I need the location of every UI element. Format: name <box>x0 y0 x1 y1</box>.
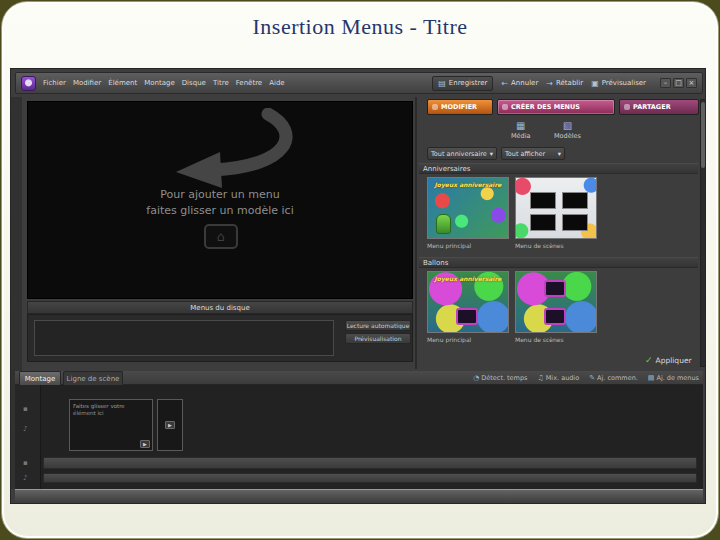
section-anniversaires-label: Anniversaires <box>423 165 471 173</box>
section-ballons: Ballons <box>419 257 698 268</box>
menu-preview-dropzone[interactable]: Pour ajouter un menu faites glisser un m… <box>27 101 413 299</box>
menu-button-frame <box>544 280 566 297</box>
template-view-dropdown[interactable]: Tout afficher ▾ <box>501 147 565 160</box>
photo-frame <box>562 192 588 209</box>
check-icon: ✓ <box>645 355 653 365</box>
category-value: Tout anniversaire <box>431 150 487 158</box>
template-thumbnail-ballons-scenes[interactable] <box>515 271 597 333</box>
app-titlebar: Fichier Modifier Élément Montage Disque … <box>15 72 703 94</box>
clock-icon: ◔ <box>473 374 479 382</box>
slide-title: Insertion Menus - Titre <box>2 14 718 40</box>
template-label: Menu de scènes <box>515 242 597 249</box>
preview-label: Prévisualiser <box>602 79 646 87</box>
audio-icon: ♫ <box>537 374 543 382</box>
app-window: Fichier Modifier Élément Montage Disque … <box>10 68 706 504</box>
redo-button[interactable]: → Rétablir <box>546 79 583 88</box>
media-button[interactable]: ▦ Média <box>511 120 531 140</box>
tab-modifier[interactable]: MODIFIER <box>427 99 493 115</box>
menubar-item-fichier[interactable]: Fichier <box>43 79 66 87</box>
disc-menus-title: Menus du disque <box>190 304 249 312</box>
disc-menus-empty-area[interactable] <box>34 320 334 356</box>
titlebar-actions: ▤ Enregistrer ← Annuler → Rétablir ▣ Pré… <box>432 76 697 91</box>
undo-icon: ← <box>501 79 508 88</box>
menu-list-icon: ▤ <box>648 374 655 382</box>
timeline-track-bar[interactable] <box>43 457 697 469</box>
speaker-icon: ▶ <box>140 440 150 448</box>
audio-mix-button[interactable]: ♫ Mix. audio <box>537 374 579 382</box>
menu-button-frame <box>544 308 566 325</box>
audio-track-icon: ♪ <box>23 474 27 482</box>
tab-sceneline-label: Ligne de scène <box>67 375 120 383</box>
pencil-icon: ✎ <box>589 374 595 382</box>
timeline-track-area[interactable]: ▪ ♪ ▪ ♪ Faites glisser votre élément ici… <box>15 385 703 489</box>
auto-play-label: Lecture automatique <box>347 322 410 329</box>
speaker-icon: ▶ <box>165 421 175 429</box>
tab-partager[interactable]: PARTAGER <box>619 99 699 115</box>
template-label: Menu principal <box>427 242 509 249</box>
tab-ligne-de-scene[interactable]: Ligne de scène <box>63 371 123 385</box>
detect-time-button[interactable]: ◔ Détect. temps <box>473 374 527 382</box>
scrollbar-thumb[interactable] <box>701 102 705 168</box>
template-thumbnail-anniversaire-principal[interactable]: Joyeux anniversaire <box>427 177 509 239</box>
menubar-item-modifier[interactable]: Modifier <box>73 79 101 87</box>
template-category-dropdown[interactable]: Tout anniversaire ▾ <box>427 147 497 160</box>
add-narration-button[interactable]: ✎ Aj. commen. <box>589 374 638 382</box>
menubar-item-fenetre[interactable]: Fenêtre <box>236 79 262 87</box>
redo-label: Rétablir <box>556 79 583 87</box>
templates-icon: ▧ <box>563 120 572 131</box>
media-label: Média <box>511 132 531 140</box>
tab-creer-label: CRÉER DES MENUS <box>511 103 580 111</box>
drop-hint-line1: Pour ajouter un menu <box>28 188 412 201</box>
add-menus-label: Aj. de menus <box>656 374 699 382</box>
section-ballons-label: Ballons <box>423 259 448 267</box>
timeline-clip[interactable]: ▶ <box>157 399 183 451</box>
timeline-tools: ◔ Détect. temps ♫ Mix. audio ✎ Aj. comme… <box>411 372 699 384</box>
menubar-item-element[interactable]: Élément <box>108 79 137 87</box>
undo-button[interactable]: ← Annuler <box>501 79 538 88</box>
video-track-icon: ▪ <box>23 459 28 467</box>
template-thumbnail-anniversaire-scenes[interactable] <box>515 177 597 239</box>
share-icon <box>624 104 630 110</box>
disc-menus-header: Menus du disque <box>27 301 413 314</box>
chevron-down-icon: ▾ <box>558 150 561 158</box>
menubar-item-titre[interactable]: Titre <box>213 79 229 87</box>
drop-hint-line2: faites glisser un modèle ici <box>28 204 412 217</box>
video-track-icon: ▪ <box>23 405 28 413</box>
menubar-item-disque[interactable]: Disque <box>182 79 206 87</box>
monitor-icon: ▣ <box>591 79 599 88</box>
template-label: Menu de scènes <box>515 336 597 343</box>
tab-creer-des-menus[interactable]: CRÉER DES MENUS <box>497 99 615 115</box>
templates-button[interactable]: ▧ Modèles <box>554 120 581 140</box>
tab-montage-label: Montage <box>25 375 56 383</box>
menubar-item-montage[interactable]: Montage <box>144 79 175 87</box>
panel-divider <box>415 97 417 369</box>
save-label: Enregistrer <box>449 79 488 87</box>
redo-icon: → <box>546 79 553 88</box>
minimize-button[interactable]: – <box>660 78 671 88</box>
panel-scrollbar[interactable] <box>700 99 706 367</box>
save-icon: ▤ <box>438 79 446 88</box>
template-label: Menu principal <box>427 336 509 343</box>
maximize-button[interactable]: □ <box>673 78 684 88</box>
save-button[interactable]: ▤ Enregistrer <box>432 76 493 91</box>
photo-frame <box>530 214 556 231</box>
template-thumbnail-ballons-principal[interactable]: Joyeux anniversaire <box>427 271 509 333</box>
close-button[interactable]: × <box>686 78 697 88</box>
add-menus-button[interactable]: ▤ Aj. de menus <box>648 374 699 382</box>
disc-preview-button[interactable]: Prévisualisation <box>345 333 411 344</box>
app-logo-icon[interactable] <box>21 76 36 91</box>
apply-label: Appliquer <box>656 356 692 365</box>
preview-button[interactable]: ▣ Prévisualiser <box>591 79 646 88</box>
auto-play-button[interactable]: Lecture automatique <box>345 320 411 331</box>
menu-button-frame <box>456 308 478 325</box>
apply-button[interactable]: ✓ Appliquer <box>645 355 692 365</box>
window-controls: – □ × <box>660 78 697 88</box>
menubar-item-aide[interactable]: Aide <box>269 79 284 87</box>
disc-icon <box>502 104 508 110</box>
timeline-track-bar[interactable] <box>43 473 697 483</box>
edit-icon <box>432 104 438 110</box>
tab-montage[interactable]: Montage <box>19 371 61 385</box>
timeline-clip[interactable]: Faites glisser votre élément ici ▶ <box>69 399 153 451</box>
track-header-gutter: ▪ ♪ ▪ ♪ <box>15 385 41 489</box>
clip-hint-text: Faites glisser votre élément ici <box>70 400 152 421</box>
